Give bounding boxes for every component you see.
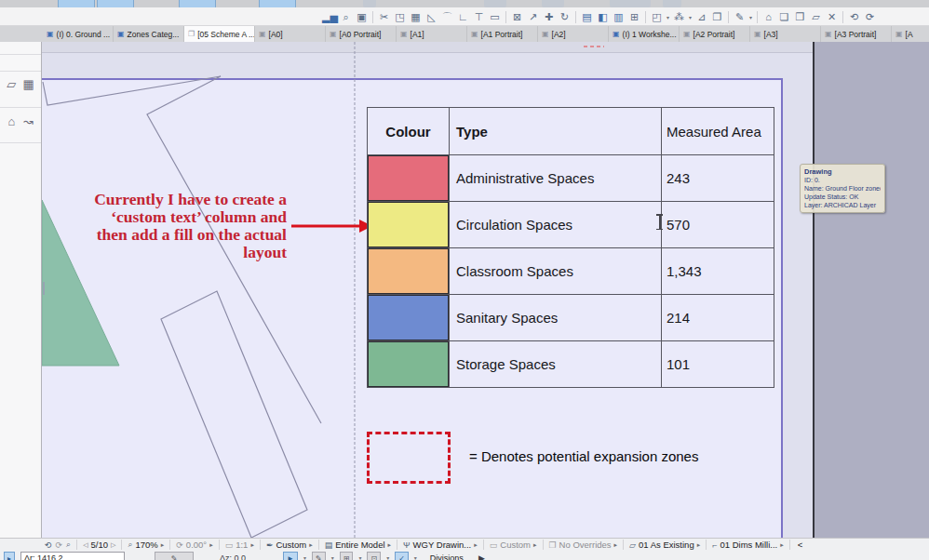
toolbar-button-stub[interactable] — [484, 0, 506, 7]
order-icon[interactable]: ⊿ — [693, 7, 709, 26]
expand-arrow-icon[interactable]: ▶ — [478, 553, 485, 560]
type-cell[interactable]: Sanitary Spaces — [449, 295, 661, 340]
arrow-tool-button[interactable]: ► — [283, 552, 298, 560]
area-cell[interactable]: 243 — [661, 155, 774, 201]
grid-icon[interactable]: ⊞ — [626, 7, 642, 26]
fillet-icon[interactable]: ⌒ — [439, 7, 455, 26]
type-cell[interactable]: Circulation Spaces — [449, 202, 661, 247]
trim-icon[interactable]: ◺ — [424, 7, 439, 26]
grid-tool-button[interactable]: ⊞ — [340, 552, 354, 560]
area-cell[interactable]: 1,343 — [661, 248, 774, 294]
tab-a3[interactable]: ▣ [A3] — [750, 26, 821, 42]
document-icon[interactable]: ▭ — [487, 7, 503, 26]
marquee-icon[interactable]: ▦ — [408, 7, 424, 26]
colour-swatch[interactable] — [368, 341, 449, 387]
zoom-control[interactable]: ⌕ 170% ▸ — [128, 540, 164, 550]
type-cell[interactable]: Storage Spaces — [449, 341, 661, 387]
tab-a2[interactable]: ▣ [A2] — [538, 26, 609, 42]
zoom-search-icon[interactable]: ⌕ — [338, 7, 354, 26]
home-icon[interactable]: ⌂ — [761, 7, 776, 26]
type-cell[interactable]: Classroom Spaces — [449, 248, 661, 294]
colour-swatch[interactable] — [368, 295, 449, 340]
layout-pager[interactable]: ◁ 5/10 ▷ — [83, 540, 115, 550]
chart-fit-icon[interactable]: ▂▅ — [322, 7, 338, 26]
dropdown-arrow-icon[interactable]: ▾ — [747, 14, 754, 20]
tab-a0-portrait[interactable]: ▣ [A0 Portrait] — [326, 26, 397, 42]
tracker-edit-button[interactable]: ✎ — [155, 552, 194, 560]
align-middle-icon[interactable]: ◧ — [595, 7, 611, 26]
model-view-control[interactable]: ▤ Entire Model ▸ — [325, 540, 391, 550]
tracker-dr-input[interactable] — [20, 552, 125, 560]
table-row[interactable]: Storage Spaces 101 — [368, 340, 774, 387]
undo-view-icon[interactable]: ⟲ — [45, 540, 52, 550]
pen-tool-icon[interactable]: ✎ — [732, 7, 747, 26]
tab-partial[interactable]: ▣ [A — [892, 26, 929, 42]
align-top-icon[interactable]: ▤ — [579, 7, 595, 26]
dimension-style-control[interactable]: ⌐ 01 Dims Milli... ▸ — [712, 540, 784, 550]
toolbar-button-stub[interactable] — [610, 0, 651, 7]
save-view-icon[interactable]: ◳ — [392, 7, 408, 26]
stamp-tool-icon[interactable]: ⌂ — [7, 114, 15, 128]
dropdown-arrow-icon[interactable]: ▾ — [303, 554, 306, 560]
box-icon[interactable]: ▱ — [808, 7, 824, 26]
annotation-text[interactable]: Currently I have to create a ‘custom tex… — [85, 191, 287, 261]
snap-tool-button[interactable]: ⊡ — [367, 552, 381, 560]
menu-arrow-icon[interactable]: ▸ — [309, 541, 313, 549]
area-cell[interactable]: 214 — [661, 295, 774, 340]
tab-a3-portrait[interactable]: ▣ [A3 Portrait] — [821, 26, 892, 42]
pickup-params-icon[interactable]: ❏ — [776, 7, 792, 26]
inject-params-icon[interactable]: ❒ — [792, 7, 808, 26]
refresh-link-icon[interactable]: ⟳ — [862, 7, 878, 26]
intersect-icon[interactable]: ∟ — [455, 7, 471, 26]
orientation-control[interactable]: ⟳ 0.00° ▸ — [176, 540, 212, 550]
colour-swatch[interactable] — [368, 248, 449, 294]
menu-arrow-icon[interactable]: ▸ — [474, 541, 478, 549]
colour-cell[interactable] — [368, 248, 449, 294]
pager-prev-icon[interactable]: ◁ — [83, 541, 88, 549]
area-cell[interactable]: 570 — [661, 202, 774, 247]
reset-icon[interactable]: ✕ — [824, 7, 840, 26]
align-bottom-icon[interactable]: ▥ — [611, 7, 626, 26]
area-cell[interactable]: 101 — [661, 341, 774, 387]
delete-box-icon[interactable]: ⊠ — [509, 7, 525, 26]
colour-cell[interactable] — [368, 341, 449, 387]
type-cell[interactable]: Administrative Spaces — [449, 155, 661, 201]
table-row[interactable]: Classroom Spaces 1,343 — [368, 247, 774, 294]
menu-arrow-icon[interactable]: ▸ — [614, 541, 618, 549]
zoom-tool-icon[interactable]: ⌕ — [66, 540, 71, 550]
tab-a2-portrait[interactable]: ▣ [A2 Portrait] — [680, 26, 750, 42]
mesh-tool-icon[interactable]: ▦ — [22, 77, 34, 91]
toolbar-button-stub[interactable] — [363, 0, 376, 7]
redo-view-icon[interactable]: ⟳ — [56, 540, 63, 550]
scroll-back-control[interactable]: < — [798, 540, 803, 550]
dropdown-arrow-icon[interactable]: ▾ — [331, 554, 334, 560]
drawing-scale-control[interactable]: Ψ WGY Drawin... ▸ — [403, 540, 478, 550]
tab-ground-floor[interactable]: ▣ (I) 0. Ground ... — [43, 26, 114, 42]
colour-swatch[interactable] — [368, 155, 449, 201]
expansion-zone-dashed-rect[interactable] — [367, 432, 451, 484]
rotate-icon[interactable]: ↻ — [557, 7, 572, 26]
image-icon[interactable]: ▣ — [354, 7, 370, 26]
dropdown-arrow-icon[interactable]: ▾ — [665, 14, 671, 20]
tab-zones-categories[interactable]: ▣ Zones Categ... — [114, 26, 184, 42]
colour-cell[interactable] — [368, 155, 449, 201]
pen-set-control[interactable]: ✒ Custom ▸ — [266, 540, 313, 550]
colour-cell[interactable] — [368, 202, 449, 247]
toolbar-button-stub[interactable] — [663, 0, 681, 7]
layout-canvas[interactable]: Currently I have to create a ‘custom tex… — [42, 42, 929, 538]
adjust-icon[interactable]: ⊤ — [471, 7, 487, 26]
polyline-tool-icon[interactable]: ↝ — [23, 114, 34, 128]
split-icon[interactable]: ✂ — [376, 7, 392, 26]
pencil-tool-button[interactable]: ✎ — [312, 552, 326, 560]
tracker-play-icon[interactable]: ▸ — [4, 552, 15, 560]
renovation-control[interactable]: ▱ 01 As Existing ▸ — [629, 540, 700, 550]
menu-arrow-icon[interactable]: ▸ — [697, 541, 701, 549]
colour-swatch[interactable] — [368, 202, 449, 247]
window-options-icon[interactable]: ◰ — [649, 7, 665, 26]
dropdown-arrow-icon[interactable]: ▾ — [386, 554, 389, 560]
toolbar-button-stub[interactable] — [542, 0, 564, 7]
table-row[interactable]: Administrative Spaces 243 — [368, 154, 774, 201]
chain-icon[interactable]: ❐ — [709, 7, 725, 26]
colour-cell[interactable] — [368, 295, 449, 340]
scale-control[interactable]: ▭ 1:1 ▸ — [225, 540, 254, 550]
